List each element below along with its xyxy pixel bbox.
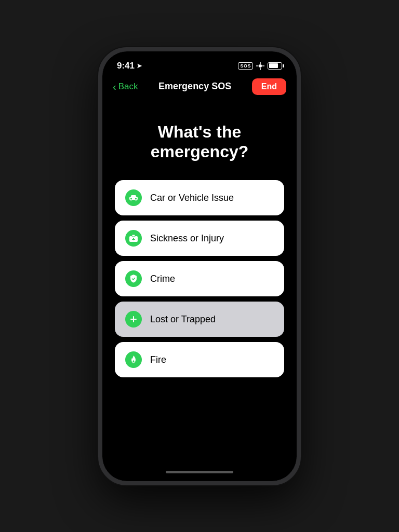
option-lost-label: Lost or Trapped [150, 314, 216, 325]
svg-rect-11 [132, 235, 135, 237]
option-car-label: Car or Vehicle Issue [150, 193, 234, 203]
option-crime[interactable]: Crime [115, 261, 284, 296]
shield-icon-wrapper [125, 270, 142, 287]
phone-frame: 9:41 ➤ SOS [98, 47, 301, 485]
svg-rect-15 [130, 319, 137, 320]
home-indicator [102, 463, 297, 481]
medkit-icon [125, 230, 142, 247]
option-fire[interactable]: Fire [115, 342, 284, 377]
svg-point-7 [135, 199, 137, 201]
volume-down-button[interactable] [98, 173, 99, 204]
volume-up-button[interactable] [98, 137, 99, 168]
power-button[interactable] [300, 137, 301, 179]
car-icon-wrapper [125, 189, 142, 206]
chevron-left-icon: ‹ [113, 81, 116, 92]
status-time: 9:41 ➤ [117, 61, 142, 71]
svg-point-0 [259, 64, 262, 67]
phone-screen: 9:41 ➤ SOS [102, 51, 297, 481]
option-sickness[interactable]: Sickness or Injury [115, 221, 284, 256]
sos-badge: SOS [238, 62, 253, 70]
fire-icon [125, 351, 142, 368]
status-icons: SOS [238, 62, 282, 70]
satellite-icon [256, 62, 264, 70]
option-sickness-label: Sickness or Injury [150, 233, 224, 244]
option-crime-label: Crime [150, 274, 175, 284]
dynamic-island [168, 58, 231, 75]
nav-title: Emergency SOS [158, 81, 231, 92]
svg-point-6 [130, 199, 132, 201]
svg-rect-8 [130, 198, 132, 199]
option-car[interactable]: Car or Vehicle Issue [115, 180, 284, 215]
back-button[interactable]: ‹ Back [113, 81, 138, 92]
page-headline: What's the emergency? [115, 122, 284, 162]
nav-bar: ‹ Back Emergency SOS End [102, 75, 297, 101]
emergency-options-list: Car or Vehicle Issue [115, 180, 284, 377]
option-fire-label: Fire [150, 354, 166, 365]
location-arrow-icon: ➤ [137, 62, 142, 70]
home-bar [166, 471, 233, 473]
battery-icon [268, 62, 282, 70]
shield-icon [125, 270, 142, 287]
plus-icon [125, 311, 142, 328]
svg-rect-9 [135, 198, 137, 199]
back-label: Back [118, 81, 138, 92]
main-content: What's the emergency? [102, 101, 297, 463]
option-lost[interactable]: Lost or Trapped [115, 302, 284, 337]
car-icon [125, 189, 142, 206]
svg-rect-13 [132, 239, 135, 240]
fire-icon-wrapper [125, 351, 142, 368]
time-display: 9:41 [117, 61, 135, 71]
medkit-icon-wrapper [125, 230, 142, 247]
end-button[interactable]: End [252, 78, 286, 95]
battery-fill [269, 63, 278, 68]
plus-icon-wrapper [125, 311, 142, 328]
